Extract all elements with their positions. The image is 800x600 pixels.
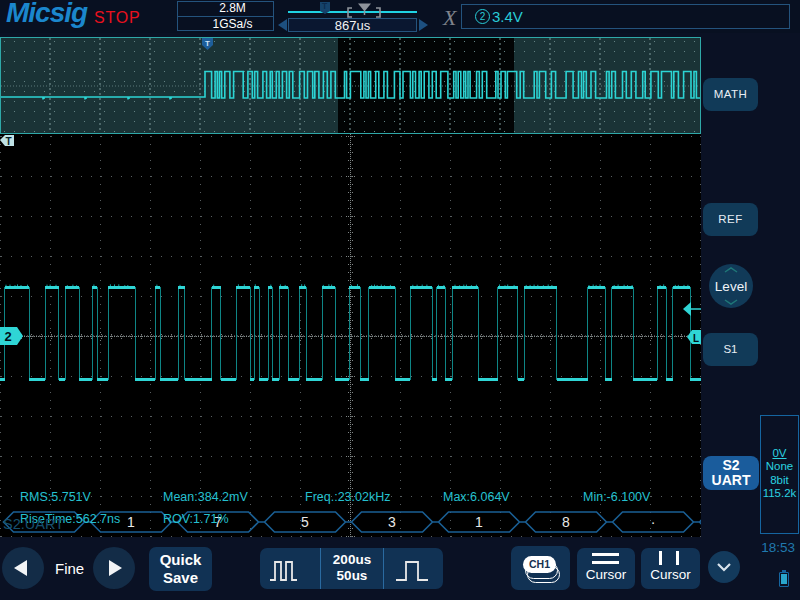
svg-text:·: · <box>651 514 656 530</box>
svg-text:T: T <box>205 39 210 48</box>
svg-text:Level: Level <box>715 279 747 294</box>
svg-text:T: T <box>5 136 11 147</box>
svg-text:3: 3 <box>388 514 396 530</box>
svg-text:5: 5 <box>301 514 309 530</box>
svg-text:8: 8 <box>562 514 570 530</box>
svg-text:2: 2 <box>4 329 11 344</box>
svg-text:L: L <box>693 333 699 344</box>
svg-text:1: 1 <box>127 514 135 530</box>
svg-text:1: 1 <box>475 514 483 530</box>
